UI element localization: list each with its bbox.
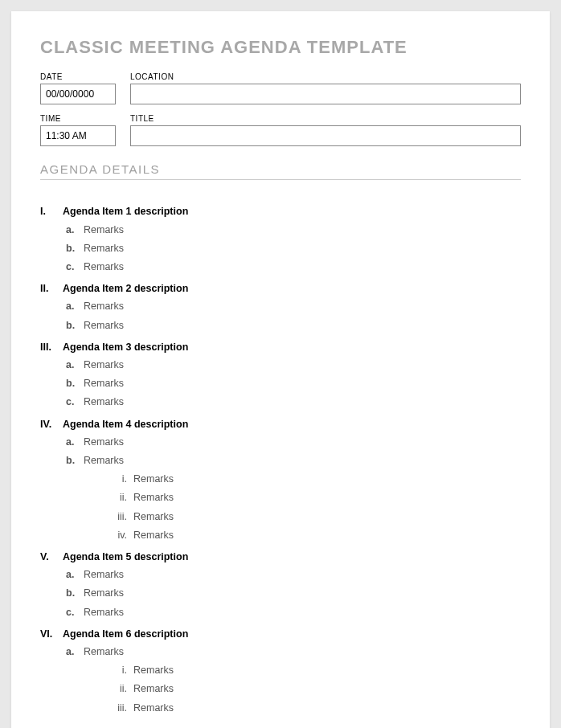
remark-item: c.Remarks <box>66 258 521 276</box>
remark-number: a. <box>66 221 84 239</box>
sub-remark-number: iii. <box>111 699 133 718</box>
agenda-item: VI.Agenda Item 6 descriptiona.Remarksi.R… <box>40 625 521 718</box>
agenda-item: V.Agenda Item 5 descriptiona.Remarksb.Re… <box>40 548 521 622</box>
sub-remark-text: Remarks <box>133 489 174 507</box>
remark-item: a.Remarks <box>66 297 521 316</box>
agenda-item-label: Agenda Item 5 description <box>63 548 188 566</box>
remark-number: c. <box>66 258 84 276</box>
remarks-list: a.Remarksb.Remarksc.Remarks <box>66 566 521 621</box>
time-field: TIME <box>40 114 116 146</box>
agenda-item-label: Agenda Item 4 description <box>63 415 188 434</box>
remark-number: b. <box>66 374 84 393</box>
sub-remark-text: Remarks <box>133 680 174 698</box>
agenda-item-head: I.Agenda Item 1 description <box>40 202 521 221</box>
title-input[interactable] <box>130 125 521 146</box>
agenda-item: I.Agenda Item 1 descriptiona.Remarksb.Re… <box>40 202 521 276</box>
agenda-item: III.Agenda Item 3 descriptiona.Remarksb.… <box>40 338 521 412</box>
remark-text: Remarks <box>84 393 124 411</box>
form-row-2: TIME TITLE <box>40 114 521 146</box>
remarks-list: a.Remarksb.Remarks <box>66 297 521 334</box>
remark-text: Remarks <box>84 317 124 335</box>
sub-remark-number: i. <box>111 661 133 680</box>
remark-number: a. <box>66 297 84 316</box>
agenda-item-head: III.Agenda Item 3 description <box>40 338 521 357</box>
agenda-item-label: Agenda Item 3 description <box>63 338 188 357</box>
date-input[interactable] <box>40 84 116 104</box>
agenda-item-head: IV.Agenda Item 4 description <box>40 415 521 434</box>
sub-remarks-list: i.Remarksii.Remarksiii.Remarks <box>111 661 521 717</box>
location-field: LOCATION <box>130 72 521 104</box>
agenda-item-head: II.Agenda Item 2 description <box>40 280 521 298</box>
remark-item: b.Remarks <box>66 584 521 603</box>
date-field: DATE <box>40 72 116 104</box>
remark-text: Remarks <box>84 566 124 584</box>
title-label: TITLE <box>130 114 521 123</box>
remarks-list: a.Remarksb.Remarksc.Remarks <box>66 356 521 411</box>
sub-remark-text: Remarks <box>133 699 174 718</box>
remark-number: a. <box>66 433 84 452</box>
sub-remarks-list: i.Remarksii.Remarksiii.Remarksiv.Remarks <box>111 470 521 545</box>
remark-number: c. <box>66 393 84 411</box>
remark-text: Remarks <box>84 603 124 622</box>
remark-number: a. <box>66 643 84 661</box>
agenda-item: II.Agenda Item 2 descriptiona.Remarksb.R… <box>40 280 521 335</box>
agenda-list: I.Agenda Item 1 descriptiona.Remarksb.Re… <box>40 202 521 718</box>
remark-item: a.Remarks <box>66 356 521 374</box>
remark-text: Remarks <box>84 433 124 452</box>
agenda-item-number: I. <box>40 202 63 221</box>
sub-remark-text: Remarks <box>133 661 174 680</box>
remark-item: c.Remarks <box>66 603 521 622</box>
remark-text: Remarks <box>84 374 124 393</box>
document-page: CLASSIC MEETING AGENDA TEMPLATE DATE LOC… <box>11 11 550 728</box>
remark-number: c. <box>66 603 84 622</box>
sub-remark-text: Remarks <box>133 470 174 489</box>
remark-text: Remarks <box>84 221 124 239</box>
sub-remark-item: ii.Remarks <box>111 680 521 698</box>
sub-remark-number: iii. <box>111 508 133 526</box>
date-label: DATE <box>40 72 116 81</box>
remark-item: b.Remarks <box>66 374 521 393</box>
remark-item: a.Remarks <box>66 433 521 452</box>
sub-remark-number: i. <box>111 470 133 489</box>
agenda-item-number: VI. <box>40 625 63 644</box>
remark-number: b. <box>66 239 84 258</box>
form-row-1: DATE LOCATION <box>40 72 521 104</box>
remarks-list: a.Remarksi.Remarksii.Remarksiii.Remarks <box>66 643 521 718</box>
location-input[interactable] <box>130 84 521 104</box>
agenda-item-label: Agenda Item 1 description <box>63 202 188 221</box>
remark-item: c.Remarks <box>66 393 521 411</box>
remark-item: b.Remarks <box>66 317 521 335</box>
agenda-item-number: IV. <box>40 415 63 434</box>
agenda-item-head: VI.Agenda Item 6 description <box>40 625 521 644</box>
remark-number: b. <box>66 584 84 603</box>
remark-text: Remarks <box>84 356 124 374</box>
remark-item: a.Remarks <box>66 221 521 239</box>
remark-item: b.Remarks <box>66 239 521 258</box>
sub-remark-number: ii. <box>111 680 133 698</box>
agenda-item-label: Agenda Item 2 description <box>63 280 188 298</box>
section-title: AGENDA DETAILS <box>40 162 521 180</box>
remark-number: a. <box>66 356 84 374</box>
remark-text: Remarks <box>84 239 124 258</box>
sub-remark-number: ii. <box>111 489 133 507</box>
remark-number: b. <box>66 317 84 335</box>
sub-remark-item: iv.Remarks <box>111 526 521 545</box>
remark-item: a.Remarks <box>66 566 521 584</box>
remark-text: Remarks <box>84 452 124 470</box>
agenda-item-number: III. <box>40 338 63 357</box>
agenda-item-number: II. <box>40 280 63 298</box>
remarks-list: a.Remarksb.Remarksc.Remarks <box>66 221 521 276</box>
remark-text: Remarks <box>84 258 124 276</box>
time-input[interactable] <box>40 125 116 146</box>
remark-number: a. <box>66 566 84 584</box>
remark-number: b. <box>66 452 84 470</box>
sub-remark-number: iv. <box>111 526 133 545</box>
sub-remark-text: Remarks <box>133 526 174 545</box>
sub-remark-item: i.Remarks <box>111 661 521 680</box>
remark-text: Remarks <box>84 643 124 661</box>
sub-remark-item: ii.Remarks <box>111 489 521 507</box>
remark-item: b.Remarks <box>66 452 521 470</box>
remark-text: Remarks <box>84 297 124 316</box>
time-label: TIME <box>40 114 116 123</box>
page-title: CLASSIC MEETING AGENDA TEMPLATE <box>40 37 521 58</box>
